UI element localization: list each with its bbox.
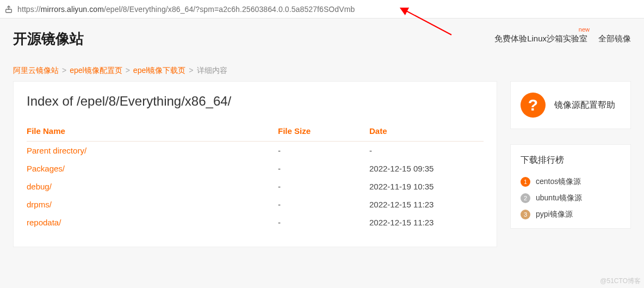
directory-listing-card: Index of /epel/8/Everything/x86_64/ File… <box>13 81 497 247</box>
rank-label: pypi镜像源 <box>536 210 573 219</box>
download-rank-card: 下载排行榜 1centos镜像源2ubuntu镜像源3pypi镜像源 <box>510 144 631 229</box>
file-link[interactable]: Parent directory/ <box>27 146 86 155</box>
header-link-sandbox[interactable]: new 免费体验Linux沙箱实验室 <box>494 34 587 44</box>
file-link[interactable]: Packages/ <box>27 164 65 173</box>
header-link-all-mirrors[interactable]: 全部镜像 <box>598 34 631 44</box>
file-link[interactable]: drpms/ <box>27 200 52 209</box>
share-icon <box>4 5 13 14</box>
breadcrumb-item[interactable]: epel镜像配置页 <box>70 66 122 76</box>
rank-label: centos镜像源 <box>536 177 581 187</box>
chevron-right-icon: > <box>126 66 130 76</box>
url-host: mirrors.aliyun.com <box>41 5 104 14</box>
header-links: new 免费体验Linux沙箱实验室 全部镜像 <box>494 34 631 44</box>
table-row: Parent directory/-- <box>27 142 484 160</box>
table-row: repodata/-2022-12-15 11:23 <box>27 213 484 231</box>
help-text: 镜像源配置帮助 <box>554 100 615 111</box>
chevron-right-icon: > <box>62 66 66 76</box>
breadcrumb-item[interactable]: 阿里云镜像站 <box>13 66 59 76</box>
help-card[interactable]: ? 镜像源配置帮助 <box>510 81 631 129</box>
rank-item[interactable]: 1centos镜像源 <box>521 174 621 190</box>
chevron-right-icon: > <box>189 66 193 76</box>
table-row: Packages/-2022-12-15 09:35 <box>27 160 484 177</box>
file-size: - <box>278 177 369 195</box>
file-date: 2022-11-19 10:35 <box>369 177 484 195</box>
page-title: Index of /epel/8/Everything/x86_64/ <box>27 94 484 109</box>
watermark: @51CTO博客 <box>600 277 641 286</box>
rank-badge: 3 <box>521 210 530 219</box>
file-size: - <box>278 213 369 231</box>
file-date: - <box>369 142 484 160</box>
file-date: 2022-12-15 11:23 <box>369 195 484 213</box>
rank-label: ubuntu镜像源 <box>536 193 582 203</box>
col-header-date[interactable]: Date <box>369 121 484 142</box>
rank-title: 下载排行榜 <box>521 155 621 166</box>
url-path: /epel/8/Everything/x86_64/?spm=a2c6h.256… <box>104 5 355 14</box>
url-prefix: https:// <box>17 5 41 14</box>
browser-url-bar: https://mirrors.aliyun.com/epel/8/Everyt… <box>0 0 644 19</box>
url-text[interactable]: https://mirrors.aliyun.com/epel/8/Everyt… <box>17 5 640 14</box>
table-row: drpms/-2022-12-15 11:23 <box>27 195 484 213</box>
file-link[interactable]: repodata/ <box>27 218 61 227</box>
badge-new: new <box>579 26 590 33</box>
table-row: debug/-2022-11-19 10:35 <box>27 177 484 195</box>
site-header: 开源镜像站 new 免费体验Linux沙箱实验室 全部镜像 <box>0 19 644 59</box>
rank-item[interactable]: 2ubuntu镜像源 <box>521 190 621 206</box>
breadcrumb-current: 详细内容 <box>197 66 227 76</box>
file-size: - <box>278 160 369 177</box>
file-date: 2022-12-15 09:35 <box>369 160 484 177</box>
breadcrumb-item[interactable]: epel镜像下载页 <box>133 66 185 76</box>
file-date: 2022-12-15 11:23 <box>369 213 484 231</box>
col-header-name[interactable]: File Name <box>27 121 278 142</box>
header-link-sandbox-label: 免费体验Linux沙箱实验室 <box>494 34 587 43</box>
breadcrumb: 阿里云镜像站> epel镜像配置页> epel镜像下载页> 详细内容 <box>0 59 644 81</box>
rank-item[interactable]: 3pypi镜像源 <box>521 206 621 223</box>
file-table: File Name File Size Date Parent director… <box>27 121 484 231</box>
file-size: - <box>278 195 369 213</box>
header-link-all-label: 全部镜像 <box>598 34 631 43</box>
site-title[interactable]: 开源镜像站 <box>13 29 84 48</box>
rank-badge: 1 <box>521 177 530 187</box>
rank-badge: 2 <box>521 193 530 203</box>
file-size: - <box>278 142 369 160</box>
file-link[interactable]: debug/ <box>27 182 52 191</box>
question-icon: ? <box>521 93 546 118</box>
col-header-size[interactable]: File Size <box>278 121 369 142</box>
